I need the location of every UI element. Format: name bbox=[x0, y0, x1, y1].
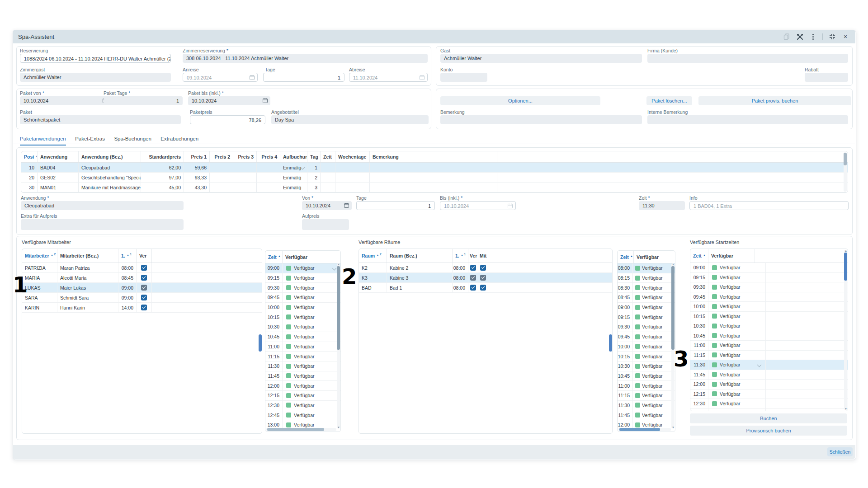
extra-input[interactable] bbox=[21, 219, 184, 230]
cell-aufbuchung[interactable]: Einmalig bbox=[280, 183, 307, 192]
col-anwendung[interactable]: Anwendung bbox=[38, 151, 79, 162]
anreise-input[interactable]: 09.10.2024 bbox=[183, 73, 258, 82]
list-item[interactable]: 09:30 Verfügbar bbox=[690, 282, 848, 292]
table-row[interactable]: 10 BAD04 Cleopatrabad 62,00 59,66 Einmal… bbox=[21, 163, 848, 173]
cell-aufbuchung[interactable]: Einmalig bbox=[280, 163, 307, 172]
col-anwendung-bez[interactable]: Anwendung (Bez.) bbox=[79, 151, 141, 162]
cell-aufbuchung[interactable]: Einmalig bbox=[280, 173, 307, 182]
reservierung-input[interactable]: 1088/2024 06.10.2024 - 11.10.2024 HERR-D… bbox=[20, 54, 171, 63]
tab-spa-buchungen[interactable]: Spa-Buchungen bbox=[114, 136, 151, 145]
checkbox[interactable] bbox=[141, 305, 147, 310]
list-item[interactable]: 11:45 Verfügbar bbox=[618, 410, 675, 420]
table-row[interactable]: LUKAS Maier Lukas 09:00 bbox=[22, 283, 262, 293]
col-zeit[interactable]: Zeit▲ bbox=[690, 249, 708, 263]
list-item[interactable]: 08:15 Verfügbar bbox=[618, 273, 675, 283]
paket-bis-input[interactable]: 10.10.2024 bbox=[188, 96, 270, 105]
list-item[interactable]: 10:15 Verfügbar bbox=[618, 352, 675, 361]
buchen-button[interactable]: Buchen bbox=[690, 413, 847, 423]
list-item[interactable]: 09:30 Verfügbar bbox=[618, 322, 675, 332]
col-preis3[interactable]: Preis 3 bbox=[233, 151, 257, 162]
paketpreis-input[interactable]: 78,26 bbox=[190, 115, 265, 124]
zimmergast-input[interactable]: Achmüller Walter bbox=[20, 73, 171, 82]
col-ver[interactable]: Ver bbox=[468, 249, 478, 263]
calendar-icon[interactable] bbox=[344, 203, 349, 208]
table-vertical-scrollbar[interactable] bbox=[844, 152, 847, 192]
col-bemerkung[interactable]: Bemerkung bbox=[370, 151, 497, 162]
rabatt-input[interactable] bbox=[805, 73, 848, 82]
col-mitarbeiter[interactable]: Mitarbeiter▲2 bbox=[22, 249, 57, 263]
list-item[interactable]: 10:30 Verfügbar bbox=[265, 322, 340, 332]
bemerkung-input[interactable] bbox=[440, 115, 642, 124]
list-item[interactable]: 08:00 Verfügbar bbox=[618, 263, 675, 273]
list-item[interactable]: 10:15 Verfügbar bbox=[265, 312, 340, 322]
checkbox[interactable] bbox=[141, 265, 147, 271]
table-row[interactable]: K3 Kabine 3 08:00 bbox=[359, 273, 612, 283]
checkbox[interactable] bbox=[470, 265, 476, 271]
table-row[interactable]: K2 Kabine 2 08:00 bbox=[359, 263, 612, 273]
table-row[interactable]: 20 GES02 Gesichtsbehandlung "Special" 97… bbox=[21, 173, 848, 183]
kebab-menu-icon[interactable] bbox=[809, 33, 816, 40]
col-verfuegbar[interactable]: Verfügbar bbox=[634, 251, 661, 263]
col-tag[interactable]: Tag bbox=[307, 151, 321, 162]
angebotstitel-input[interactable]: Day Spa bbox=[271, 115, 429, 124]
list-item[interactable]: 11:15 Verfügbar bbox=[265, 352, 340, 361]
list-item[interactable]: 11:00 Verfügbar bbox=[265, 342, 340, 352]
list-item[interactable]: 12:30 Verfügbar bbox=[265, 401, 340, 411]
list-item[interactable]: 10:30 Verfügbar bbox=[690, 321, 848, 331]
tools-icon[interactable] bbox=[796, 33, 803, 40]
list-item[interactable]: 12:00 Verfügbar bbox=[690, 380, 848, 389]
list-item[interactable]: 10:00 Verfügbar bbox=[690, 302, 848, 312]
list-item[interactable]: 12:45 Verfügbar bbox=[690, 409, 848, 412]
col-zeit[interactable]: Zeit▲ bbox=[618, 251, 634, 263]
interne-bemerkung-input[interactable] bbox=[647, 115, 848, 124]
calendar-icon[interactable] bbox=[420, 75, 425, 80]
calendar-icon[interactable] bbox=[263, 98, 268, 103]
col-aufbuchung[interactable]: Aufbuchung bbox=[280, 151, 307, 162]
calendar-icon[interactable] bbox=[508, 203, 513, 208]
list-item[interactable]: 10:30 Verfügbar bbox=[618, 361, 675, 371]
col-raum-bez[interactable]: Raum (Bez.) bbox=[387, 249, 453, 263]
paket-tage-input[interactable]: 1 bbox=[104, 96, 183, 105]
col-verfuegbar[interactable]: Ver bbox=[137, 249, 152, 263]
table-row[interactable]: BAD Bad 1 08:00 bbox=[359, 283, 612, 293]
table-row[interactable]: 30 MAN01 Maniküre mit Handmassage 45,00 … bbox=[21, 183, 848, 192]
bis-input[interactable]: 10.10.2024 bbox=[440, 201, 516, 210]
checkbox[interactable] bbox=[141, 295, 147, 300]
table-row[interactable]: PATRIZIA Maran Patriza 08:00 bbox=[22, 263, 262, 273]
list-item[interactable]: 08:45 Verfügbar bbox=[618, 293, 675, 303]
list-item[interactable]: 09:00 Verfügbar bbox=[265, 263, 340, 273]
list-item[interactable]: 11:00 Verfügbar bbox=[618, 381, 675, 391]
list-item[interactable]: 11:30 Verfügbar bbox=[618, 401, 675, 411]
list-item[interactable]: 11:15 Verfügbar bbox=[618, 391, 675, 401]
list-item[interactable]: 09:15 Verfügbar bbox=[690, 273, 848, 283]
gast-input[interactable]: Achmüller Walter bbox=[440, 54, 642, 63]
col-preis1[interactable]: Preis 1 bbox=[184, 151, 210, 162]
info-input[interactable]: 1 BAD04, 1 Extra bbox=[689, 201, 849, 210]
list-item[interactable]: 09:45 Verfügbar bbox=[618, 332, 675, 342]
col-mitarbeiter-bez[interactable]: Mitarbeiter (Bez.) bbox=[57, 249, 118, 263]
time-list-horizontal-scrollbar[interactable] bbox=[266, 428, 336, 431]
table-row[interactable]: SARA Schmidt Sara 09:00 bbox=[22, 293, 262, 303]
calendar-icon[interactable] bbox=[250, 75, 255, 80]
checkbox[interactable] bbox=[480, 285, 486, 291]
col-posi[interactable]: Posi▲ bbox=[21, 151, 38, 162]
startzeiten-vertical-scrollbar[interactable]: ▲ ▼ bbox=[844, 250, 847, 410]
copy-icon[interactable] bbox=[783, 33, 790, 40]
list-item[interactable]: 11:30 Verfügbar bbox=[690, 360, 848, 370]
checkbox[interactable] bbox=[480, 275, 486, 281]
list-item[interactable]: 09:45 Verfügbar bbox=[265, 293, 340, 303]
form-tage-input[interactable]: 1 bbox=[356, 201, 435, 210]
list-item[interactable]: 10:00 Verfügbar bbox=[265, 303, 340, 313]
checkbox[interactable] bbox=[470, 285, 476, 291]
table-row[interactable]: KARIN Hanni Karin 14:00 bbox=[22, 303, 262, 313]
col-preis4[interactable]: Preis 4 bbox=[257, 151, 280, 162]
tab-extrabuchungen[interactable]: Extrabuchungen bbox=[160, 136, 198, 145]
col-raum[interactable]: Raum▲2 bbox=[359, 249, 387, 263]
list-item[interactable]: 09:00 Verfügbar bbox=[690, 263, 848, 273]
firma-input[interactable] bbox=[647, 54, 848, 63]
close-icon[interactable]: × bbox=[842, 33, 849, 40]
time-list-vertical-scrollbar[interactable]: ▲ ▼ bbox=[337, 263, 340, 428]
col-wochentage[interactable]: Wochentage bbox=[335, 151, 370, 162]
anwendung-input[interactable]: Cleopatrabad bbox=[21, 201, 184, 210]
list-item[interactable]: 09:30 Verfügbar bbox=[265, 283, 340, 293]
